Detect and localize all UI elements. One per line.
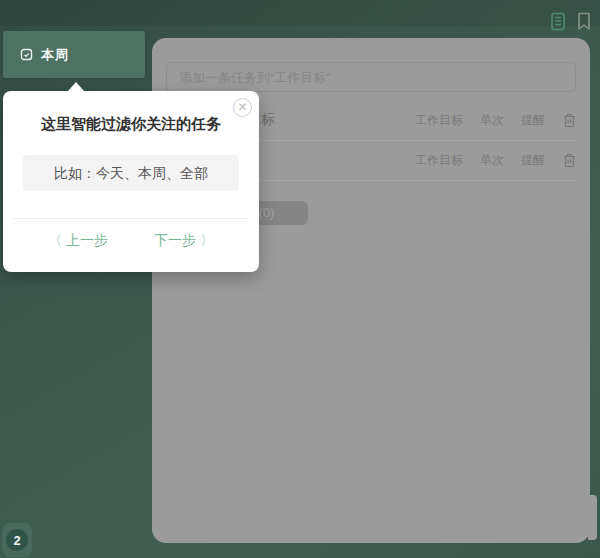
add-task-input[interactable] xyxy=(166,62,576,92)
task-title-fragment: 标 xyxy=(261,111,275,129)
prev-step-link[interactable]: 〈 上一步 xyxy=(48,226,108,254)
top-header-band xyxy=(0,0,600,26)
week-icon xyxy=(20,48,33,61)
trash-icon[interactable] xyxy=(562,152,576,168)
task-reminder-chip[interactable]: 提醒 xyxy=(521,112,545,129)
task-list-chip[interactable]: 工作目标 xyxy=(415,152,463,169)
log-list-icon[interactable] xyxy=(549,12,567,31)
bookmark-icon[interactable] xyxy=(576,12,594,31)
sidebar-item-label: 本周 xyxy=(41,46,69,64)
count-badge: 2 xyxy=(6,529,28,551)
badge-container[interactable]: 2 xyxy=(2,523,32,557)
task-reminder-chip[interactable]: 提醒 xyxy=(521,152,545,169)
sidebar-item-this-week[interactable]: 本周 xyxy=(3,31,145,78)
task-list-chip[interactable]: 工作目标 xyxy=(415,112,463,129)
next-step-link[interactable]: 下一步 〉 xyxy=(154,226,214,254)
task-repeat-chip[interactable]: 单次 xyxy=(480,112,504,129)
task-repeat-chip[interactable]: 单次 xyxy=(480,152,504,169)
app-window: 标 工作目标 单次 提醒 工作目标 单次 提醒 xyxy=(0,0,600,558)
popover-divider xyxy=(13,218,249,219)
popover-title: 这里智能过滤你关注的任务 xyxy=(3,115,259,134)
trash-icon[interactable] xyxy=(562,112,576,128)
tour-popover: ✕ 这里智能过滤你关注的任务 比如：今天、本周、全部 〈 上一步 下一步 〉 xyxy=(3,91,259,272)
popover-arrow xyxy=(68,82,84,91)
popover-example-box: 比如：今天、本周、全部 xyxy=(23,155,239,191)
